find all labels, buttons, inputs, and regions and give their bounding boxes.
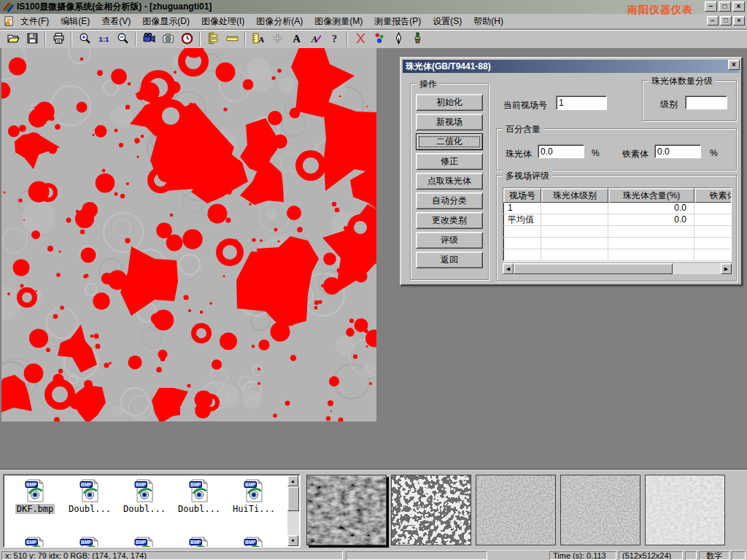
toolbar: 1:1AAA? [0,30,747,48]
micrograph-image[interactable] [1,48,376,421]
table-cell: 0.0 [608,214,694,226]
minimize-icon[interactable]: − [705,1,717,12]
menu-item-measure-report[interactable]: 测量报告(P) [368,13,427,30]
pearlite-dialog: 珠光体(GB/T9441-88) × 操作 初始化新视场二值化修正点取珠光体自动… [400,57,743,286]
rate-button[interactable]: 评级 [416,232,483,249]
pick-pearlite-button[interactable]: 点取珠光体 [416,173,483,190]
menu-item-image-analysis[interactable]: 图像分析(A) [250,13,309,30]
text-a-button[interactable]: A [287,31,306,47]
particles-button[interactable] [370,31,389,47]
ruler-button[interactable] [222,31,241,47]
print-button[interactable] [49,31,68,47]
micrograph-thumb-4[interactable] [560,475,640,545]
menu-item-edit[interactable]: 编辑(E) [55,13,96,30]
menu-item-settings[interactable]: 设置(S) [427,13,468,30]
clock-button[interactable] [177,31,196,47]
column-header[interactable]: 铁素体含量(%) [694,188,732,203]
child-close-icon[interactable]: × [733,16,745,26]
file-item[interactable]: BMPDKF.bmp [8,479,62,514]
percent-group: 百分含量 珠光体 % 铁素体 % [496,128,737,171]
pearlite-percent-input[interactable] [538,144,584,158]
menu-item-image-processing[interactable]: 图像处理(I) [196,13,250,30]
scroll-up-icon[interactable]: ▲ [287,475,298,486]
ferrite-percent-input[interactable] [654,144,701,158]
menu-item-file[interactable]: 文件(F) [15,13,55,30]
new-field-button[interactable]: 新视场 [416,114,483,131]
save-button[interactable] [23,31,42,47]
scroll-thumb[interactable] [287,486,299,511]
zoom-in-button[interactable] [75,31,94,47]
table-row[interactable] [503,249,731,261]
curve-tool-button[interactable] [351,31,370,47]
micrograph-thumb-2[interactable] [391,475,471,545]
measure-text-button[interactable]: A [249,31,268,47]
open-folder-button[interactable] [4,31,23,47]
micrograph-thumb-3[interactable] [476,475,556,545]
scroll-down-icon[interactable]: ▼ [287,535,298,546]
table-row[interactable]: 10.0 [503,203,731,214]
pen-button[interactable] [389,31,408,47]
toolbar-separator [244,32,246,47]
scroll-right-icon[interactable]: ▶ [721,263,732,274]
pearlite-label: 珠光体 [506,148,532,160]
close-icon[interactable]: × [732,1,745,12]
actual-size-button[interactable]: 1:1 [94,31,113,47]
menu-item-help[interactable]: 帮助(H) [468,13,509,30]
help-button[interactable]: ? [325,31,344,47]
level-input[interactable] [685,96,727,109]
dialog-close-icon[interactable]: × [728,60,740,70]
file-item[interactable]: BMP [63,537,117,548]
scroll-left-icon[interactable]: ◀ [503,263,514,274]
dialog-title-bar[interactable]: 珠光体(GB/T9441-88) [403,60,740,73]
table-row[interactable] [503,238,731,249]
file-item[interactable]: BMPDoubl... [63,479,117,514]
correct-button[interactable]: 修正 [416,153,483,170]
table-cell [694,249,732,261]
bmp-image-icon: BMP [23,479,47,502]
file-item[interactable]: BMP [117,537,171,548]
child-minimize-icon[interactable]: − [707,16,719,26]
init-button[interactable]: 初始化 [416,94,483,111]
binarize-button[interactable]: 二值化 [416,133,483,150]
table-row[interactable]: 平均值0.0 [503,214,731,226]
file-item[interactable]: BMPDoubl... [117,479,171,514]
file-item[interactable]: BMPDoubl... [172,479,226,514]
menu-item-view[interactable]: 查看(V) [96,13,136,30]
file-item[interactable]: BMPHuiTi... [227,479,281,514]
scroll-thumb[interactable] [514,263,673,274]
brush-button[interactable] [408,31,427,47]
column-header[interactable]: 珠光体级别 [541,188,608,203]
menu-item-image-display[interactable]: 图像显示(D) [136,13,196,30]
child-document-icon[interactable] [3,15,15,27]
child-restore-icon[interactable]: □ [720,16,732,26]
micrograph-thumb-5[interactable] [645,475,725,545]
camera-button[interactable] [158,31,177,47]
file-item[interactable]: BMP [172,537,226,548]
text-edit-button[interactable]: A [306,31,325,47]
measure-text-icon: A [252,32,265,47]
current-field-input[interactable] [556,96,607,110]
svg-text:BMP: BMP [26,482,37,487]
change-class-button[interactable]: 更改类别 [416,212,483,229]
return-button[interactable]: 返回 [416,252,483,268]
cross-button[interactable] [268,31,287,47]
file-name: Doubl... [122,504,167,514]
video-camera-button[interactable] [139,31,158,47]
menu-item-image-measure[interactable]: 图像测量(M) [309,13,368,30]
zoom-out-button[interactable] [113,31,132,47]
table-horizontal-scrollbar[interactable]: ◀ ▶ [503,263,732,274]
auto-classify-button[interactable]: 自动分类 [416,192,483,209]
micrograph-thumb-1[interactable] [306,475,387,545]
file-item[interactable]: BMP [227,537,281,548]
column-header[interactable]: 视场号 [503,188,541,203]
maximize-icon[interactable]: □ [719,1,731,12]
level-label: 级别 [660,98,678,111]
svg-text:A: A [310,34,317,44]
table-row[interactable] [503,226,731,238]
file-item[interactable]: BMP [8,537,62,548]
toolbar-separator [135,32,136,47]
file-vertical-scrollbar[interactable]: ▲ ▼ [287,475,299,546]
svg-text:A: A [293,33,301,44]
column-header[interactable]: 珠光体含量(%) [608,188,694,203]
caliper-button[interactable] [204,31,222,47]
